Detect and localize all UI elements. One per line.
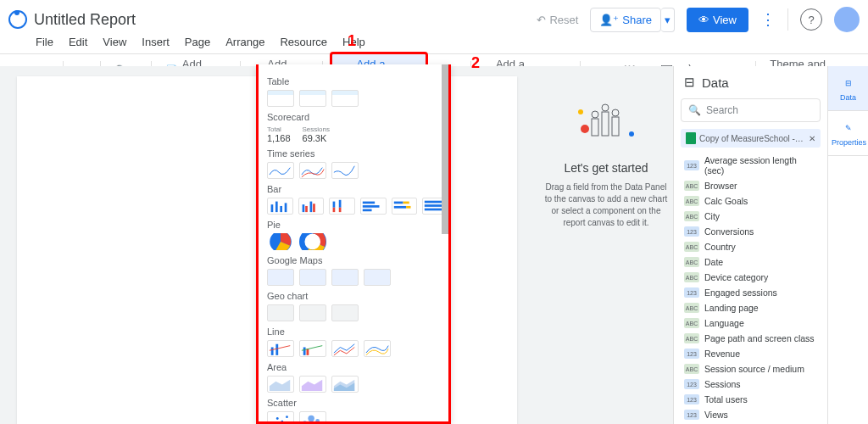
chart-map-4[interactable] (364, 269, 391, 286)
chart-geo-1[interactable] (267, 304, 294, 321)
chart-line-4[interactable] (364, 340, 391, 357)
more-options-button[interactable]: ⋮ (760, 10, 776, 29)
svg-rect-7 (313, 204, 315, 212)
view-button[interactable]: 👁View (687, 8, 748, 32)
chart-scorecard-2[interactable]: Sessions69.3K (303, 126, 330, 143)
svg-point-41 (592, 111, 598, 118)
svg-point-34 (315, 419, 320, 423)
svg-rect-13 (363, 205, 380, 208)
chart-area-2[interactable] (299, 376, 326, 393)
chart-table-2[interactable] (299, 90, 326, 107)
category-pie: Pie (267, 220, 448, 230)
menu-file[interactable]: File (36, 36, 53, 48)
svg-rect-9 (333, 208, 336, 212)
share-dropdown[interactable]: ▾ (661, 8, 675, 32)
share-button[interactable]: 👤⁺Share (590, 8, 661, 32)
field-item[interactable]: 123Average session length (sec) (674, 153, 827, 178)
menu-insert[interactable]: Insert (142, 36, 170, 48)
empty-state-icon (568, 93, 644, 144)
side-tab-properties[interactable]: ✎Properties (828, 111, 868, 156)
field-item[interactable]: ABCLanding page (674, 300, 827, 315)
field-list: 123Average session length (sec)ABCBrowse… (674, 153, 827, 424)
chart-table-3[interactable] (331, 90, 359, 107)
report-title[interactable]: Untitled Report (34, 11, 136, 29)
chart-map-3[interactable] (331, 269, 359, 286)
svg-rect-18 (406, 206, 410, 209)
svg-point-32 (303, 421, 308, 424)
svg-point-43 (612, 109, 619, 116)
chart-scorecard-1[interactable]: Total1,168 (267, 126, 291, 143)
search-input[interactable]: 🔍Search (681, 98, 821, 122)
chart-bar-2[interactable] (298, 198, 325, 215)
svg-rect-4 (302, 204, 304, 212)
field-item[interactable]: ABCSession source / medium (674, 361, 827, 377)
svg-rect-12 (363, 202, 375, 204)
sheets-icon (686, 132, 696, 144)
field-item[interactable]: 123Views (674, 407, 827, 422)
chart-timeseries-3[interactable] (331, 162, 359, 179)
chart-map-2[interactable] (299, 269, 326, 286)
side-tab-data[interactable]: ⊟Data (828, 66, 868, 111)
svg-rect-39 (602, 112, 609, 136)
pencil-icon: ✎ (840, 120, 857, 137)
field-item[interactable]: 123Sessions (674, 377, 827, 392)
chart-line-2[interactable] (299, 340, 326, 357)
chart-scatter-2[interactable] (299, 411, 326, 424)
field-item[interactable]: 123Revenue (674, 346, 827, 361)
annotation-2: 2 (471, 54, 480, 72)
field-item[interactable]: ABCBrowser (674, 178, 827, 193)
chart-line-3[interactable] (331, 340, 359, 357)
svg-rect-14 (363, 209, 372, 212)
svg-rect-20 (425, 204, 444, 207)
field-item[interactable]: 123Conversions (674, 224, 827, 239)
chart-timeseries-2[interactable] (299, 162, 326, 179)
eye-icon: 👁 (698, 14, 709, 26)
empty-state: Let's get started Drag a field from the … (542, 93, 670, 229)
field-item[interactable]: ABCCountry (674, 239, 827, 254)
menu-edit[interactable]: Edit (69, 36, 87, 48)
chart-pie-1[interactable] (267, 233, 294, 250)
svg-rect-1 (275, 202, 278, 213)
category-geochart: Geo chart (267, 291, 448, 301)
menu-page[interactable]: Page (185, 36, 210, 48)
svg-point-35 (578, 109, 583, 114)
field-item[interactable]: ABCCalc Goals (674, 193, 827, 209)
svg-rect-3 (285, 203, 287, 212)
chart-line-1[interactable] (267, 340, 294, 357)
user-avatar[interactable] (834, 7, 860, 32)
category-scatter: Scatter (267, 398, 448, 408)
field-item[interactable]: 123Total users (674, 392, 827, 407)
chart-pie-2[interactable] (299, 233, 326, 250)
chart-area-1[interactable] (267, 376, 294, 393)
empty-title: Let's get started (542, 161, 670, 175)
field-item[interactable]: ABCDevice category (674, 270, 827, 285)
field-item[interactable]: 123Engaged sessions (674, 285, 827, 300)
svg-point-30 (281, 420, 283, 422)
menu-resource[interactable]: Resource (280, 36, 327, 48)
chart-bar-1[interactable] (267, 198, 293, 215)
chart-bar-5[interactable] (392, 198, 418, 215)
menu-view[interactable]: View (103, 36, 126, 48)
help-button[interactable]: ? (800, 8, 822, 31)
chart-bar-6[interactable] (422, 198, 448, 215)
annotation-1: 1 (348, 32, 356, 50)
field-item[interactable]: ABCDate (674, 254, 827, 270)
menu-arrange[interactable]: Arrange (225, 36, 264, 48)
chart-geo-3[interactable] (331, 304, 359, 321)
field-item[interactable]: ABCCity (674, 209, 827, 224)
chart-map-1[interactable] (267, 269, 294, 286)
data-source-chip[interactable]: Copy of MeasureSchool - TrueBlu...✕ (681, 129, 821, 148)
chart-area-3[interactable] (331, 376, 359, 393)
reset-button[interactable]: ↶Reset (537, 14, 578, 26)
chart-table-1[interactable] (267, 90, 294, 107)
chart-geo-2[interactable] (299, 304, 326, 321)
svg-rect-17 (393, 206, 405, 209)
chart-bar-3[interactable] (329, 198, 355, 215)
chart-bar-4[interactable] (360, 198, 387, 215)
category-timeseries: Time series (267, 148, 448, 159)
field-item[interactable]: ABCLanguage (674, 315, 827, 331)
chart-scatter-1[interactable] (267, 411, 294, 424)
chart-timeseries-1[interactable] (267, 162, 294, 179)
svg-rect-10 (339, 200, 342, 208)
field-item[interactable]: ABCPage path and screen class (674, 331, 827, 346)
